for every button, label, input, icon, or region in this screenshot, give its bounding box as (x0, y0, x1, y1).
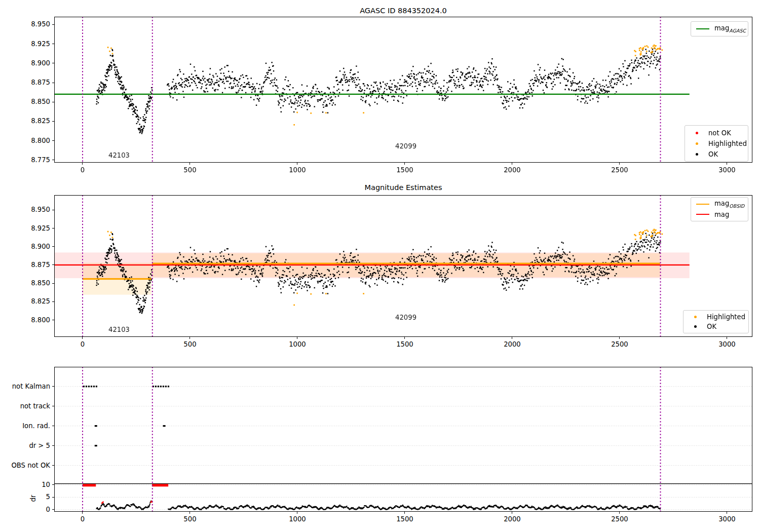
x-tick-mark (189, 337, 190, 339)
x-tick-label: 2000 (497, 515, 527, 523)
legend-label: OK (707, 323, 716, 330)
y-tick-mark (52, 497, 54, 498)
x-tick-mark (297, 337, 297, 339)
category-label: not Kalman (1, 383, 50, 391)
x-tick-mark (512, 163, 512, 165)
y-tick-mark (52, 246, 54, 247)
dot-marker (696, 153, 698, 156)
legend-line-swatch (695, 204, 710, 205)
dot-marker (694, 316, 697, 318)
x-tick-label: 0 (67, 166, 98, 174)
y-tick-mark (52, 283, 54, 284)
y-tick-mark (52, 83, 54, 83)
legend: magOBSIDmag (691, 197, 748, 221)
dr-tick-label: 10 (1, 481, 50, 489)
legend-dot-marker (689, 142, 704, 145)
legend-label: not OK (708, 129, 731, 137)
legend-item: magAGASC (695, 24, 744, 34)
y-tick-mark (52, 121, 54, 122)
legend: HighlightedOK (683, 310, 749, 333)
x-tick-mark (82, 337, 83, 339)
y-tick-mark (52, 44, 54, 44)
x-tick-label: 1500 (390, 515, 420, 523)
y-tick-label: 8.850 (21, 98, 50, 106)
x-tick-label: 2500 (604, 166, 635, 174)
x-tick-label: 3000 (712, 515, 742, 523)
y-tick-mark (52, 228, 54, 229)
category-label: OBS not OK (1, 462, 50, 470)
category-label: dr > 5 (1, 442, 50, 450)
obsid-label: 42099 (388, 142, 424, 150)
y-tick-label: 8.925 (21, 40, 50, 48)
x-tick-label: 2500 (604, 340, 635, 349)
y-tick-label: 8.825 (21, 297, 50, 306)
x-tick-mark (404, 512, 405, 514)
y-tick-mark (52, 301, 54, 302)
dot-marker (696, 142, 698, 145)
y-tick-label: 8.900 (21, 59, 50, 67)
obsid-label: 42103 (101, 151, 137, 159)
x-tick-label: 2000 (497, 166, 527, 174)
x-tick-label: 1500 (390, 340, 420, 349)
y-tick-mark (52, 210, 54, 210)
legend-label: OK (708, 150, 718, 158)
y-tick-mark (52, 63, 54, 63)
dr-tick-label: 0 (1, 506, 50, 514)
legend-dot-marker (688, 316, 703, 318)
legend-label: Highlighted (707, 313, 745, 321)
y-tick-label: 8.950 (21, 206, 50, 214)
category-label: Ion. rad. (1, 422, 50, 430)
x-tick-label: 0 (67, 340, 98, 349)
y-tick-label: 8.825 (21, 117, 50, 125)
x-tick-label: 1000 (282, 166, 313, 174)
x-tick-mark (297, 512, 297, 514)
obsid-label: 42103 (101, 326, 137, 333)
x-tick-mark (727, 512, 727, 514)
y-tick-mark (52, 386, 54, 387)
y-tick-label: 8.925 (21, 224, 50, 233)
legend-dot-marker (689, 153, 704, 156)
plot-canvas-2 (54, 367, 752, 512)
x-tick-mark (619, 337, 620, 339)
y-tick-mark (52, 160, 54, 160)
obsid-label: 42099 (388, 314, 424, 321)
legend-item: OK (689, 149, 744, 160)
x-tick-mark (727, 337, 727, 339)
x-tick-mark (82, 512, 83, 514)
legend-dot-marker (689, 132, 704, 134)
legend-line-swatch (695, 28, 710, 30)
y-tick-mark (52, 426, 54, 426)
x-tick-mark (297, 163, 297, 165)
y-tick-label: 8.875 (21, 79, 50, 87)
x-tick-label: 500 (175, 515, 205, 523)
y-tick-mark (52, 406, 54, 406)
figure: AGASC ID 884352024.0 Magnitude Estimates… (0, 0, 760, 532)
x-tick-mark (189, 512, 190, 514)
x-tick-label: 3000 (712, 340, 742, 349)
y-tick-label: 8.850 (21, 279, 50, 287)
y-tick-mark (52, 445, 54, 446)
x-tick-mark (404, 337, 405, 339)
y-tick-mark (52, 484, 54, 485)
y-tick-mark (52, 320, 54, 320)
category-label: not track (1, 402, 50, 410)
y-tick-mark (52, 102, 54, 102)
x-tick-label: 1000 (282, 340, 313, 349)
x-tick-mark (82, 163, 83, 165)
x-tick-label: 0 (67, 515, 98, 523)
dot-marker (696, 132, 698, 134)
x-tick-label: 1000 (282, 515, 313, 523)
x-tick-label: 1500 (390, 166, 420, 174)
y-tick-label: 8.900 (21, 243, 50, 251)
y-tick-mark (52, 140, 54, 141)
y-tick-mark (52, 24, 54, 25)
legend-item: mag (695, 209, 744, 219)
y-tick-mark (52, 509, 54, 510)
x-tick-label: 500 (175, 340, 205, 349)
x-tick-label: 500 (175, 166, 205, 174)
legend-line-swatch (695, 214, 710, 215)
plot-title-agasc: AGASC ID 884352024.0 (54, 7, 752, 15)
y-tick-label: 8.775 (21, 156, 50, 164)
plot-canvas-0 (54, 17, 752, 163)
legend-label: Highlighted (708, 140, 747, 147)
